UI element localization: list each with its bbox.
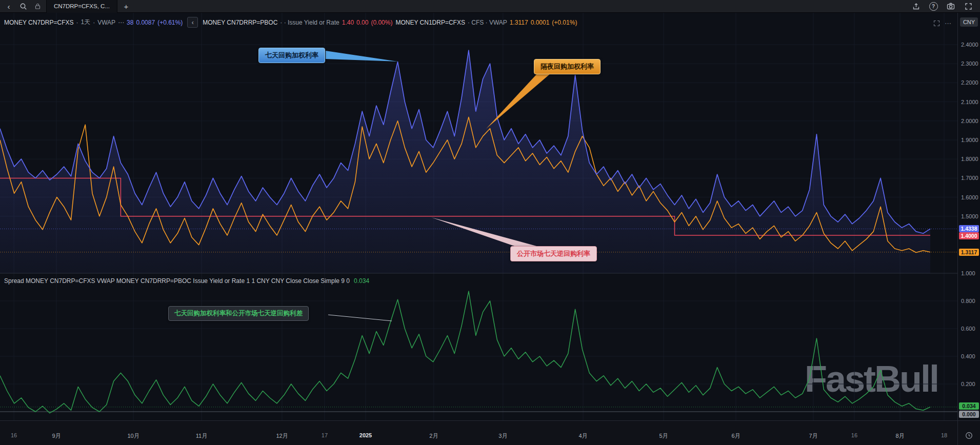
time-axis-label: 2月 [429, 432, 438, 440]
price-axis-label: 2.0000 [961, 117, 978, 125]
time-axis-label: 9月 [52, 432, 61, 440]
legend-symbol: MONEY CN7DRP=CFXS [4, 19, 73, 26]
legend-change: 0.00 [356, 19, 368, 26]
price-badge: 0.000 [959, 411, 979, 418]
time-axis-label: 16 [11, 432, 17, 438]
price-axis-label: 1.9000 [961, 136, 978, 144]
price-axis-label: 1.5000 [961, 213, 978, 220]
more-options-icon[interactable]: ⋯ [118, 19, 124, 26]
legend-row-main: MONEY CN7DRP=CFXS · 1天 · VWAP ⋯ 38 0.008… [4, 17, 577, 28]
legend-change-pct: (+0.61%) [157, 19, 183, 26]
price-axis-label: 1.6000 [961, 194, 978, 201]
price-axis-label: 0.800 [961, 297, 975, 305]
top-toolbar: ‹ CN7DRP=CFXS, C... + ? [0, 0, 980, 13]
pane-more-icon[interactable]: ⋯ [945, 20, 951, 27]
price-badge: 1.3117 [959, 249, 979, 256]
collapse-legends-button[interactable]: ‹ [187, 17, 198, 28]
price-axis-label: 2.4000 [961, 41, 978, 48]
price-axis-label: 0.200 [961, 380, 975, 388]
snapshot-button[interactable] [945, 1, 956, 12]
spread-legend-text: Spread MONEY CN7DRP=CFXS VWAP MONEY CN7D… [4, 277, 350, 285]
legend-change: 0.0087 [136, 19, 155, 26]
share-icon [912, 3, 920, 10]
callout-pointer-line [328, 315, 392, 321]
callout-text: 七天回购加权利率 [265, 51, 318, 59]
chart-canvas[interactable]: MONEY CN7DRP=CFXS · 1天 · VWAP ⋯ 38 0.008… [0, 13, 957, 420]
chart-plot[interactable] [0, 13, 957, 420]
time-axis-corner[interactable] [957, 421, 980, 445]
legend-overnight-repo[interactable]: MONEY CN1DRP=CFXS · CFS · VWAP 1.3117 0.… [395, 19, 577, 26]
time-axis-label: 16 [851, 432, 857, 438]
legend-type: VWAP [97, 19, 115, 26]
time-axis-label: 3月 [498, 432, 507, 440]
legend-symbol: MONEY CN7DRRP=PBOC [203, 19, 277, 26]
legend-last-value: 1.3117 [510, 19, 528, 26]
price-badge: 0.034 [959, 402, 979, 410]
time-ticks: 169月10月11月12月1720252月3月4月5月6月7月168月18 [0, 421, 957, 445]
time-axis-label: 18 [941, 432, 947, 438]
time-axis-label: 17 [322, 432, 328, 438]
new-tab-button[interactable]: + [121, 1, 132, 12]
legend-interval: 1天 [81, 18, 90, 27]
time-axis-label: 8月 [895, 432, 904, 440]
callout-overnight-repo[interactable]: 隔夜回购加权利率 [534, 59, 601, 74]
legend-change: 0.0001 [531, 19, 550, 26]
time-axis-label: 5月 [659, 432, 668, 440]
chart-tab-label: CN7DRP=CFXS, C... [54, 3, 110, 9]
price-axis-label: 1.000 [961, 270, 975, 277]
legend-separator: · [76, 19, 78, 26]
callout-seven-day-repo[interactable]: 七天回购加权利率 [258, 48, 325, 63]
clock-icon [965, 432, 973, 439]
time-axis-label: 11月 [196, 432, 207, 440]
legend-symbol: MONEY CN1DRP=CFXS [395, 19, 465, 26]
legend-separator: · [93, 19, 95, 26]
callout-tail [486, 72, 551, 129]
price-axis[interactable]: CNY 2.40002.30002.20002.10002.00001.9000… [957, 13, 980, 420]
price-axis-label: 1.8000 [961, 155, 978, 163]
legend-last-value: 1.40 [342, 19, 354, 26]
seven-day-repo-area [0, 50, 930, 273]
price-badge: 1.4000 [959, 232, 979, 239]
price-axis-label: 1.7000 [961, 174, 978, 181]
lock-icon [32, 1, 43, 12]
legend-change-pct: (0.00%) [371, 19, 392, 26]
share-button[interactable] [910, 1, 922, 12]
callout-text: 隔夜回购加权利率 [541, 63, 594, 70]
pane-maximize-icon[interactable] [933, 20, 940, 27]
camera-icon [947, 3, 955, 10]
time-axis[interactable]: 169月10月11月12月1720252月3月4月5月6月7月168月18 [0, 420, 980, 445]
search-button[interactable] [17, 1, 29, 12]
legend-field: · · Issue Yield or Rate [280, 19, 339, 26]
time-axis-label: 12月 [276, 432, 288, 440]
spread-line[interactable] [0, 291, 930, 413]
callout-policy-rate[interactable]: 公开市场七天逆回购利率 [510, 246, 597, 261]
search-icon [19, 3, 27, 10]
fullscreen-button[interactable] [963, 1, 974, 12]
legend-seven-day-repo[interactable]: MONEY CN7DRP=CFXS · 1天 · VWAP ⋯ 38 0.008… [4, 18, 183, 27]
time-axis-label: 2025 [359, 432, 372, 438]
legend-change-pct: (+0.01%) [552, 19, 577, 26]
time-axis-label: 6月 [731, 432, 740, 440]
legend-last-value: 38 [127, 19, 133, 26]
price-axis-label: 2.1000 [961, 98, 978, 106]
help-button[interactable]: ? [928, 1, 939, 12]
legend-row-spread[interactable]: Spread MONEY CN7DRP=CFXS VWAP MONEY CN7D… [4, 277, 369, 285]
price-axis-label: 0.400 [961, 353, 975, 360]
axis-currency-chip[interactable]: CNY [960, 17, 978, 27]
price-axis-label: 2.3000 [961, 60, 978, 67]
callout-spread[interactable]: 七天回购加权利率和公开市场七天逆回购利差 [168, 306, 309, 321]
callout-text: 七天回购加权利率和公开市场七天逆回购利差 [174, 310, 303, 317]
time-axis-label: 10月 [127, 432, 139, 440]
price-axis-label: 0.600 [961, 325, 975, 332]
help-icon: ? [929, 2, 938, 11]
chart-tab[interactable]: CN7DRP=CFXS, C... [46, 0, 117, 13]
pane-controls: ⋯ [933, 20, 951, 27]
main-area: MONEY CN7DRP=CFXS · 1天 · VWAP ⋯ 38 0.008… [0, 13, 980, 420]
toolbar-right: ? [910, 1, 977, 12]
legend-policy-rate[interactable]: MONEY CN7DRRP=PBOC · · Issue Yield or Ra… [203, 19, 392, 26]
back-button[interactable]: ‹ [3, 1, 14, 12]
price-badge: 1.4338 [959, 225, 979, 232]
price-axis-label: 2.2000 [961, 79, 978, 86]
time-axis-label: 4月 [578, 432, 587, 440]
callout-text: 公开市场七天逆回购利率 [517, 250, 590, 257]
